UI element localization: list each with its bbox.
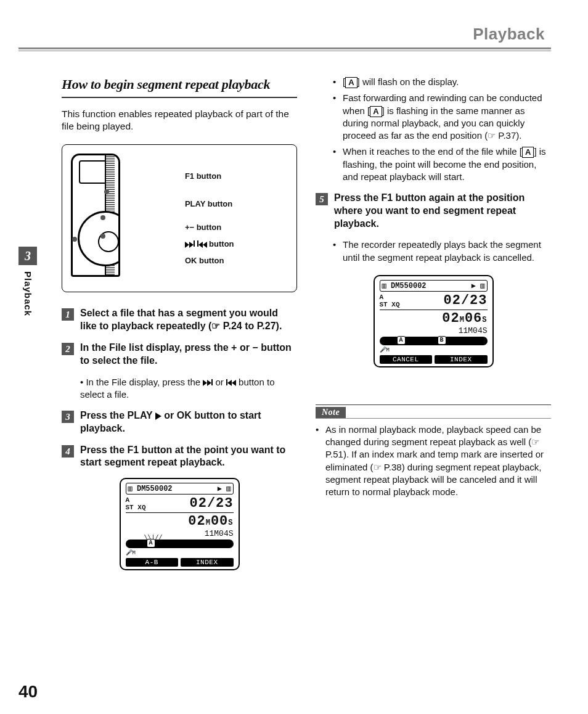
label-plusminus: +− button xyxy=(185,219,288,236)
step-5: 5 Press the F1 button again at the posit… xyxy=(316,192,551,230)
lcd-btn-left: CANCEL xyxy=(380,355,433,364)
step-5-sub: The recorder repeatedly plays back the s… xyxy=(316,239,551,264)
device-labels: F1 button PLAY button +− button button O… xyxy=(166,168,288,269)
side-label: Playback xyxy=(23,271,33,316)
chapter-number: 3 xyxy=(18,247,37,265)
device-diagram: F1 button PLAY button +− button button O… xyxy=(62,144,297,292)
step-4: 4 Press the F1 button at the point you w… xyxy=(62,444,297,470)
step-text: In the File list display, press the + or… xyxy=(80,342,297,367)
lcd-screen-1: ▥ DM550002▶ ▥ AST XQ02/23 02M00S 11M04S … xyxy=(120,478,240,570)
page-number: 40 xyxy=(18,682,38,702)
note-rule xyxy=(316,404,551,405)
lcd-screen-2: ▥ DM550002▶ ▥ AST XQ02/23 02M06S 11M04S … xyxy=(374,275,494,367)
step-text: Select a file that has a segment you wou… xyxy=(80,307,297,333)
step-number: 1 xyxy=(62,308,74,321)
step-text: Press the F1 button at the point you wan… xyxy=(80,444,297,470)
lcd-btn-right: INDEX xyxy=(435,355,488,364)
note-header: Note xyxy=(316,407,346,418)
step-number: 3 xyxy=(62,411,74,423)
step-2: 2 In the File list display, press the + … xyxy=(62,342,297,367)
a-icon: A xyxy=(522,147,534,158)
label-ok: OK button xyxy=(185,252,288,269)
label-play: PLAY button xyxy=(185,195,288,212)
note-rule xyxy=(316,418,551,419)
a-icon: A xyxy=(345,77,357,88)
step-number: 2 xyxy=(62,343,74,355)
step-3: 3 Press the PLAY or OK button to start p… xyxy=(62,409,297,435)
step-text: Press the PLAY or OK button to start pla… xyxy=(80,409,297,435)
step-2-sub: In the File display, press the or button… xyxy=(80,376,297,401)
header-rule xyxy=(18,47,551,51)
intro-text: This function enables repeated playback … xyxy=(62,108,297,134)
label-f1: F1 button xyxy=(185,168,288,184)
ff-icon xyxy=(185,242,194,248)
lcd-btn-right: INDEX xyxy=(181,558,234,567)
lcd-duration: 11M04S xyxy=(126,529,234,538)
a-icon: A xyxy=(370,106,382,117)
step-text: Press the F1 button again at the positio… xyxy=(334,192,551,230)
label-ffrw: button xyxy=(185,236,288,252)
section-title: How to begin segment repeat playback xyxy=(62,76,297,98)
step-1: 1 Select a file that has a segment you w… xyxy=(62,307,297,333)
lcd-time: 02M00S xyxy=(188,514,233,529)
step-number: 4 xyxy=(62,445,74,458)
lcd-duration: 11M04S xyxy=(380,326,488,335)
ff-icon xyxy=(203,380,211,386)
rw-icon xyxy=(227,380,236,386)
rw-icon xyxy=(198,242,207,248)
play-icon xyxy=(155,412,161,420)
note-body: As in normal playback mode, playback spe… xyxy=(316,424,551,499)
step-4-bullets: [A] will flash on the display. Fast forw… xyxy=(316,76,551,183)
step-number: 5 xyxy=(316,193,328,205)
side-tab: 3 Playback xyxy=(18,247,37,316)
header-title: Playback xyxy=(18,25,551,47)
lcd-btn-left: A-B xyxy=(126,558,179,567)
lcd-time: 02M06S xyxy=(442,311,487,326)
